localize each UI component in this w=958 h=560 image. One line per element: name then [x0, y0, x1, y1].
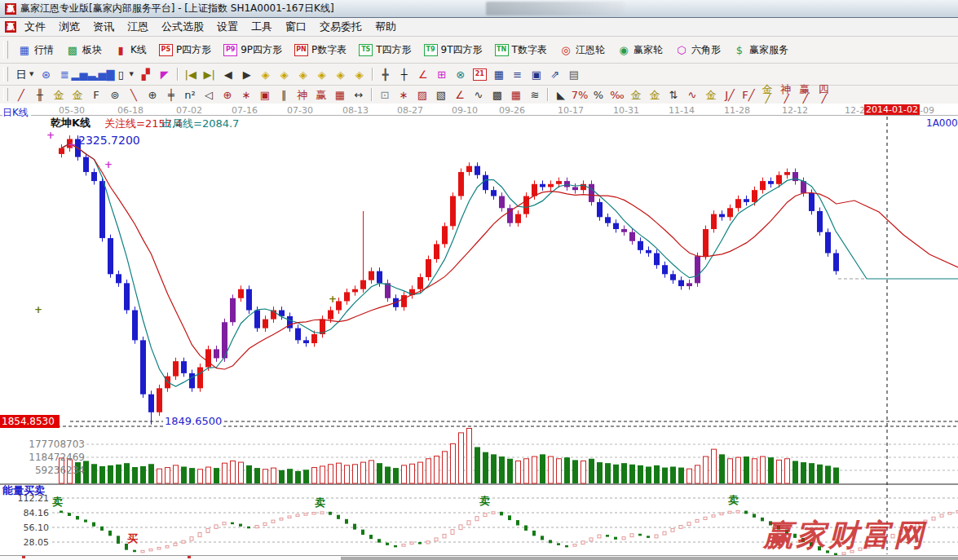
gann-arrow-left-button[interactable]: ◈ — [257, 66, 275, 82]
menu-item-3[interactable]: 江恩 — [121, 18, 155, 36]
pencil-button[interactable]: ╲ — [125, 87, 143, 102]
p-number-table-button[interactable]: PNP数字表 — [289, 41, 352, 60]
percent-tool-button[interactable]: % — [589, 87, 607, 102]
gold-ray-button[interactable]: 金╱ — [758, 87, 776, 102]
angle-measure-button[interactable]: ∠ — [414, 66, 432, 82]
gann-arrow-both-button[interactable]: ◈ — [294, 66, 312, 82]
rank-flag-button[interactable]: ◤ — [156, 66, 174, 82]
menu-item-2[interactable]: 资讯 — [86, 18, 121, 36]
network-chart-button[interactable]: ⊛ — [37, 66, 55, 82]
four-angle-button[interactable]: 四╱ — [815, 87, 832, 102]
scrollbar-thumb[interactable] — [341, 557, 958, 560]
gann-arrow-cross-button[interactable]: ◈ — [313, 66, 331, 82]
fibonacci-f-button[interactable]: F — [87, 87, 105, 102]
hand-tool-button[interactable]: ╋ — [377, 66, 395, 82]
grid-red-button[interactable]: ▦ — [507, 87, 525, 102]
first-page-button[interactable]: |◀ — [182, 66, 200, 82]
gold-circle-button[interactable]: 金 — [627, 87, 645, 102]
wave-box-button[interactable]: ∿ — [683, 87, 701, 102]
trend-line-button[interactable]: ╱ — [12, 87, 30, 102]
box-grid-button[interactable]: ▣ — [256, 87, 274, 102]
kline-button[interactable]: ▮K线 — [108, 41, 152, 60]
print-button[interactable]: ▤ — [565, 66, 583, 82]
toolbar-grip[interactable] — [3, 88, 8, 100]
golden-section-button[interactable]: 金 — [50, 87, 68, 102]
candle-style-dropdown-button[interactable]: ▯▼ — [112, 66, 135, 82]
gold-angle-button[interactable]: 金 — [702, 87, 720, 102]
angle-line-button[interactable]: ∠ — [451, 87, 469, 102]
angle-fan-button[interactable]: ◁ — [200, 87, 218, 102]
pct-retrace-button[interactable]: 7% — [571, 87, 589, 102]
quotes-button[interactable]: ▦行情 — [12, 41, 60, 60]
p-square-button[interactable]: PSP四方形 — [153, 41, 217, 60]
notes-button[interactable]: ≡ — [509, 66, 527, 82]
menu-item-5[interactable]: 设置 — [210, 18, 245, 36]
app-logo-icon: 赢 — [5, 3, 16, 15]
golden-box-button[interactable]: 金 — [68, 87, 86, 102]
menu-item-7[interactable]: 窗口 — [279, 18, 313, 36]
bar-chart-9-button[interactable]: ▂▅▇ — [93, 66, 111, 82]
kline-mode-button[interactable]: ▞ — [137, 66, 155, 82]
star-rays-button[interactable]: ∗ — [237, 87, 255, 102]
toolbar-grip[interactable] — [3, 41, 8, 59]
link-tool-button[interactable]: ⊗ — [452, 66, 470, 82]
period-day-dropdown-button[interactable]: 日▼ — [12, 66, 36, 82]
permille-tool-button[interactable]: ‰ — [608, 87, 626, 102]
menu-item-0[interactable]: 文件 — [18, 18, 52, 36]
measure-triangle-button[interactable]: ◣ — [552, 87, 570, 102]
gann-arrow-expand-button[interactable]: ◈ — [332, 66, 350, 82]
gann-arrow-all-button[interactable]: ◈ — [351, 66, 369, 82]
hexagon-button[interactable]: ⬡六角形 — [669, 41, 726, 60]
export-share-button[interactable]: ⇗ — [546, 66, 564, 82]
menu-item-6[interactable]: 工具 — [245, 18, 279, 36]
last-page-button[interactable]: ▶| — [201, 66, 219, 82]
toolbar-grip[interactable] — [3, 67, 8, 82]
grid-lines-button[interactable]: ╫ — [31, 87, 49, 102]
square-rule-button[interactable]: ⊡ — [376, 87, 394, 102]
t-number-table-button[interactable]: TNT数字表 — [489, 41, 553, 60]
ruler-grid-button[interactable]: ╪ — [162, 87, 180, 102]
gann-circle-button[interactable]: ⊕ — [143, 87, 161, 102]
next-bar-button[interactable]: ▶ — [238, 66, 256, 82]
grid-dense-button[interactable]: ▩ — [488, 87, 506, 102]
menu-item-9[interactable]: 帮助 — [369, 18, 403, 36]
calculator-button[interactable]: ▦ — [490, 66, 508, 82]
winner-wheel-button[interactable]: ◉赢家轮 — [611, 41, 669, 60]
parallel-lines-button[interactable]: ∥ — [275, 87, 293, 102]
gold-line-button[interactable]: 金 — [646, 87, 664, 102]
ray-fan-button[interactable]: ∗ — [395, 87, 413, 102]
calendar-21-button[interactable]: 21 — [470, 66, 489, 82]
9p-square-button[interactable]: P99P四方形 — [218, 41, 288, 60]
f-angle-button[interactable]: F╱ — [739, 87, 757, 102]
win-tool-button[interactable]: 赢 — [312, 87, 330, 102]
prev-bar-button[interactable]: ◀ — [219, 66, 237, 82]
j-angle-button[interactable]: J╱ — [721, 87, 739, 102]
winner-service-button[interactable]: $赢家服务 — [727, 41, 794, 60]
t-square-button[interactable]: TST四方形 — [353, 41, 417, 60]
n-square-button[interactable]: n² — [181, 87, 199, 102]
gann-fan-button[interactable]: ⊕ — [219, 87, 236, 102]
wave-tool-button[interactable]: ∿ — [470, 87, 488, 102]
shen-tool-button[interactable]: 神 — [294, 87, 311, 102]
crosshair-tool-button[interactable]: ┼ — [395, 66, 413, 82]
menu-item-4[interactable]: 公式选股 — [155, 18, 210, 36]
save-button[interactable]: ▣ — [528, 66, 545, 82]
box-cross-button[interactable]: ▧ — [432, 87, 450, 102]
menu-item-1[interactable]: 浏览 — [52, 18, 86, 36]
win-ray-button[interactable]: 赢╱ — [796, 87, 814, 102]
9t-square-button[interactable]: T99T四方形 — [418, 41, 488, 60]
spiral-button[interactable]: ⊚ — [106, 87, 124, 102]
kline-chart-canvas[interactable] — [0, 115, 958, 555]
menu-item-8[interactable]: 交易委托 — [313, 18, 369, 36]
sectors-button[interactable]: ▩板块 — [60, 41, 108, 60]
price-flag-button[interactable]: ⇅ — [664, 87, 682, 102]
box-diagonal-button[interactable]: ▨ — [413, 87, 431, 102]
shen-ray-button[interactable]: 神╱ — [777, 87, 795, 102]
horizontal-scrollbar[interactable] — [0, 555, 958, 560]
grid-123-button[interactable]: ▦ — [331, 87, 349, 102]
gann-arrow-right-button[interactable]: ◈ — [276, 66, 294, 82]
width-measure-button[interactable]: ↔ — [350, 87, 368, 102]
hatch-lines-button[interactable]: ≋ — [526, 87, 544, 102]
gann-wheel-button[interactable]: ◎江恩轮 — [554, 41, 611, 60]
gann-toolbox-button[interactable]: ⊞ — [433, 66, 451, 82]
